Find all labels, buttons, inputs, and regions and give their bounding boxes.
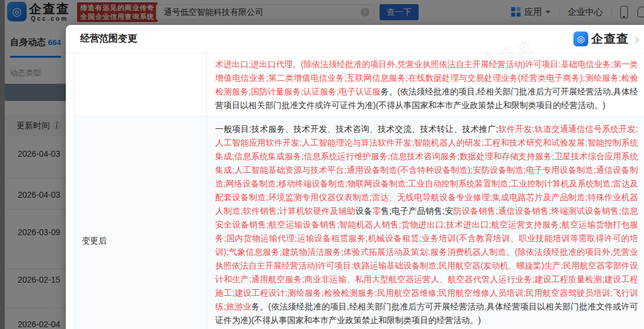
change-table: 术进出口;进出口代理。(除依法须经批准的项目外,凭营业执照依法自主开展经营活动)…: [74, 53, 644, 329]
chevron-right-icon[interactable]: ›: [635, 33, 639, 45]
row-label-cell: [75, 53, 207, 116]
page-title: 经营范围变更: [80, 33, 137, 45]
scope-text-after: 一般项目:技术服务、技术开发、技术咨询、技术交流、技术转让、技术推广;软件开发;…: [207, 116, 644, 329]
qcc-mini-logo-icon: ◎: [573, 31, 588, 46]
panel-header: 经营范围变更 ◎ 企查查 ›: [66, 25, 644, 53]
table-row-after: 变更后 一般项目:技术服务、技术开发、技术咨询、技术交流、技术转让、技术推广;软…: [75, 116, 644, 329]
scope-text-previous: 术进出口;进出口代理。(除依法须经批准的项目外,凭营业执照依法自主开展经营活动)…: [207, 53, 644, 116]
row-label: 变更后: [82, 236, 107, 246]
business-scope-change-panel: 企查查 企查查 企查查 企查查 企查查 经营范围变更 ◎ 企查查 › 术进出口;…: [66, 25, 644, 329]
qcc-mini-logo-text: 企查查: [591, 31, 629, 47]
row-label-cell: 变更后: [75, 116, 207, 329]
panel-brand: ◎ 企查查 ›: [573, 31, 639, 47]
table-row-previous: 术进出口;进出口代理。(除依法须经批准的项目外,凭营业执照依法自主开展经营活动)…: [75, 53, 644, 116]
